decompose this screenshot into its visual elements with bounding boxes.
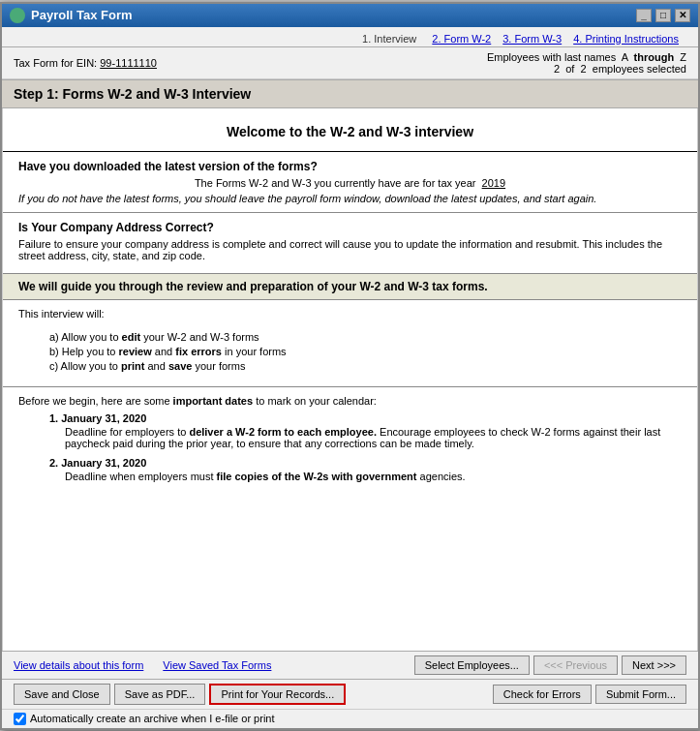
employee-total: 2	[581, 63, 587, 75]
list-item-b: b) Help you to review and fix errors in …	[49, 346, 666, 357]
tab-form-w2[interactable]: 2. Form W-2	[432, 33, 491, 45]
ein-section: Tax Form for EIN: 99-1111110	[14, 57, 157, 69]
select-employees-button[interactable]: Select Employees...	[414, 655, 530, 675]
main-window: Payroll Tax Form _ □ ✕ 1. Interview 2. F…	[0, 2, 700, 730]
date-2-desc: Deadline when employers must file copies…	[65, 471, 682, 482]
tab-printing[interactable]: 4. Printing Instructions	[573, 33, 679, 45]
address-header: Is Your Company Address Correct?	[18, 221, 682, 234]
view-details-link[interactable]: View details about this form	[14, 659, 143, 671]
action-bar: Save and Close Save as PDF... Print for …	[2, 679, 698, 709]
save-pdf-button[interactable]: Save as PDF...	[114, 684, 206, 705]
dates-list: 1. January 31, 2020 Deadline for employe…	[34, 412, 682, 482]
date-item-1: 1. January 31, 2020 Deadline for employe…	[49, 412, 682, 449]
title-bar: Payroll Tax Form _ □ ✕	[2, 4, 698, 27]
range-from: A	[622, 51, 628, 63]
interview-will-section: This interview will: a) Allow you to edi…	[3, 300, 697, 387]
employee-bar: Tax Form for EIN: 99-1111110 Employees w…	[2, 47, 698, 79]
archive-label: Automatically create an archive when I e…	[30, 713, 275, 724]
minimize-button[interactable]: _	[636, 9, 652, 22]
guide-header: We will guide you through the review and…	[3, 274, 697, 300]
date-1-desc: Deadline for employers to deliver a W-2 …	[65, 426, 682, 449]
checkbox-bar: Automatically create an archive when I e…	[2, 709, 698, 728]
date-item-2: 2. January 31, 2020 Deadline when employ…	[49, 457, 682, 482]
save-close-button[interactable]: Save and Close	[14, 684, 110, 705]
list-item-a: a) Allow you to edit your W-2 and W-3 fo…	[49, 331, 666, 343]
nav-tabs: 1. Interview 2. Form W-2 3. Form W-3 4. …	[2, 27, 698, 47]
downloaded-body: The Forms W-2 and W-3 you currently have…	[18, 177, 682, 189]
window-controls: _ □ ✕	[636, 9, 690, 22]
window-title: Payroll Tax Form	[31, 8, 133, 22]
close-button[interactable]: ✕	[675, 9, 690, 22]
downloaded-italic: If you do not have the latest forms, you…	[18, 193, 682, 204]
tab-form-w3[interactable]: 3. Form W-3	[502, 33, 562, 45]
employees-label: Employees with last names	[487, 51, 616, 63]
date-1-label: 1. January 31, 2020	[49, 412, 682, 424]
ein-value: 99-1111110	[100, 57, 157, 69]
address-body: Failure to ensure your company address i…	[18, 238, 682, 261]
print-records-button[interactable]: Print for Your Records...	[209, 684, 346, 705]
main-content: Welcome to the W-2 and W-3 interview Hav…	[2, 108, 698, 651]
important-dates-section: Before we begin, here are some important…	[3, 387, 697, 498]
maximize-button[interactable]: □	[655, 9, 671, 22]
previous-button[interactable]: <<< Previous	[533, 655, 618, 675]
employees-selected: employees selected	[593, 63, 686, 75]
tax-year: 2019	[482, 177, 505, 189]
archive-checkbox[interactable]	[14, 713, 26, 725]
interview-intro: This interview will:	[18, 308, 682, 320]
check-errors-button[interactable]: Check for Errors	[493, 685, 592, 704]
downloaded-header: Have you downloaded the latest version o…	[18, 160, 682, 173]
step-header: Step 1: Forms W-2 and W-3 Interview	[2, 79, 698, 108]
view-saved-link[interactable]: View Saved Tax Forms	[163, 659, 271, 671]
action-left-buttons: Save and Close Save as PDF... Print for …	[14, 684, 346, 705]
section-address: Is Your Company Address Correct? Failure…	[3, 213, 697, 274]
section-downloaded: Have you downloaded the latest version o…	[3, 152, 697, 213]
left-links: View details about this form View Saved …	[14, 659, 271, 671]
nav-buttons: Select Employees... <<< Previous Next >>…	[414, 655, 686, 675]
tab-interview: 1. Interview	[358, 31, 420, 46]
submit-form-button[interactable]: Submit Form...	[595, 685, 686, 704]
range-to: Z	[680, 51, 686, 63]
action-right-buttons: Check for Errors Submit Form...	[493, 685, 686, 704]
through-label: through	[634, 51, 675, 63]
important-dates-intro: Before we begin, here are some important…	[18, 395, 682, 407]
bottom-links-bar: View details about this form View Saved …	[2, 651, 698, 679]
list-item-c: c) Allow you to print and save your form…	[49, 360, 666, 372]
tax-form-label: Tax Form for EIN:	[14, 57, 97, 69]
interview-list: a) Allow you to edit your W-2 and W-3 fo…	[18, 323, 682, 382]
employee-count: 2	[554, 63, 560, 75]
date-2-label: 2. January 31, 2020	[49, 457, 682, 469]
welcome-title: Welcome to the W-2 and W-3 interview	[3, 108, 697, 152]
next-button[interactable]: Next >>>	[622, 655, 686, 675]
of-label: of	[565, 63, 574, 75]
app-icon	[10, 8, 25, 23]
employee-count-section: Employees with last names A through Z 2 …	[487, 51, 686, 75]
